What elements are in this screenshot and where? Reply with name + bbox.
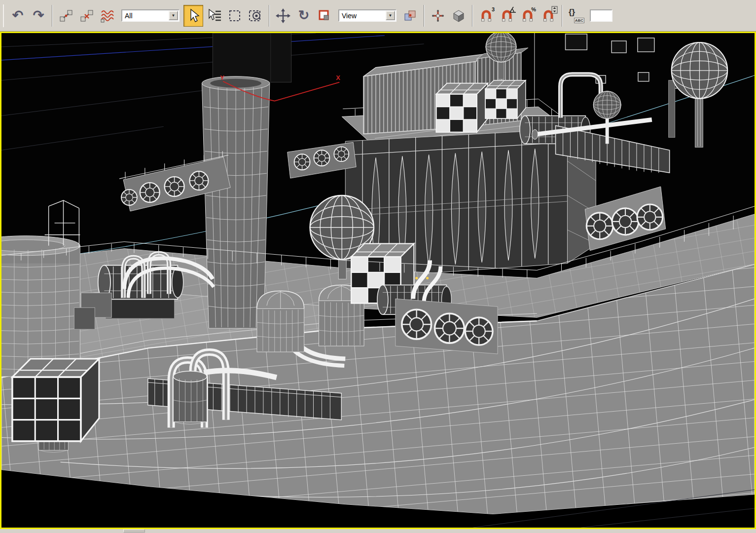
- rect-region-icon: [228, 9, 242, 23]
- bottom-bar: [0, 529, 756, 533]
- named-selection-dropdown-partial[interactable]: [590, 9, 612, 22]
- use-pivot-center-button[interactable]: [400, 5, 420, 27]
- move-icon: [276, 8, 290, 23]
- rotate-icon: ↻: [298, 9, 310, 22]
- undo-button[interactable]: ↶: [8, 5, 28, 27]
- link-icon: [59, 9, 73, 23]
- bind-to-spacewarp-button[interactable]: [98, 5, 117, 27]
- application-window: ↶ ↷: [0, 0, 756, 533]
- magnet-icon: [479, 9, 493, 23]
- snap-count-label: 3: [492, 6, 495, 12]
- selection-filter-arrow-button[interactable]: ▼: [169, 11, 178, 20]
- angle-snap-toggle-button[interactable]: [497, 5, 517, 27]
- named-selection-sets-button[interactable]: {} ABC: [566, 5, 586, 27]
- select-object-button[interactable]: [183, 5, 203, 27]
- toolbar-separator: [269, 5, 270, 27]
- window-crossing-icon: [248, 9, 263, 23]
- window-crossing-toggle-button[interactable]: [246, 5, 265, 27]
- viewport-canvas[interactable]: Y X: [1, 33, 755, 528]
- viewport-hscroll-thumb[interactable]: [123, 529, 145, 533]
- reference-coordinate-dropdown[interactable]: View ▼: [338, 9, 396, 22]
- selection-filter-dropdown[interactable]: All ▼: [121, 9, 180, 22]
- abc-label: ABC: [574, 18, 584, 23]
- select-and-scale-button[interactable]: [315, 5, 334, 27]
- redo-button[interactable]: ↷: [29, 5, 48, 27]
- named-sets-icon: {} ABC: [568, 7, 584, 24]
- grid-cube-foredeck: [12, 359, 99, 441]
- select-and-rotate-button[interactable]: ↻: [294, 5, 314, 27]
- unlink-icon: [80, 9, 94, 23]
- select-and-move-button[interactable]: [273, 5, 293, 27]
- manipulate-icon: [431, 9, 445, 23]
- sphere-tank-top: [486, 33, 516, 62]
- keyboard-override-toggle-button[interactable]: [449, 5, 468, 27]
- braces-label: {}: [569, 7, 575, 17]
- redo-icon: ↷: [33, 9, 44, 22]
- checker-cube-container: [436, 83, 488, 132]
- select-by-name-button[interactable]: [204, 5, 224, 27]
- snaps-toggle-button[interactable]: 3: [476, 5, 496, 27]
- main-toolbar: ↶ ↷: [0, 0, 756, 32]
- vent-row-mid: [396, 299, 498, 354]
- pivot-center-icon: [403, 9, 418, 23]
- scale-icon: [318, 9, 331, 23]
- percent-label: %: [531, 6, 536, 12]
- rectangular-selection-region-button[interactable]: [225, 5, 245, 27]
- undo-icon: ↶: [12, 9, 24, 22]
- toolbar-grip[interactable]: [3, 4, 5, 27]
- toolbar-separator: [52, 5, 53, 27]
- checker-cube-container: [485, 80, 526, 119]
- reference-coordinate-value: View: [339, 12, 386, 20]
- toolbar-separator: [424, 5, 425, 27]
- dome-tank-small: [257, 291, 304, 352]
- toolbar-separator: [562, 5, 563, 27]
- spacewarp-icon: [100, 9, 115, 23]
- select-arrow-icon: [186, 8, 200, 23]
- reference-coordinate-arrow-button[interactable]: ▼: [386, 11, 395, 20]
- percent-snap-toggle-button[interactable]: %: [518, 5, 538, 27]
- unlink-selection-button[interactable]: [77, 5, 97, 27]
- select-by-name-icon: [206, 8, 222, 23]
- toolbar-separator: [472, 5, 473, 27]
- selection-filter-value: All: [122, 12, 169, 20]
- cube-gizmo-icon: [451, 8, 467, 23]
- select-and-manipulate-button[interactable]: [428, 5, 448, 27]
- perspective-viewport: Y X: [0, 32, 756, 529]
- spinner-icon: [551, 6, 558, 14]
- angle-icon: [509, 6, 516, 13]
- small-sphere-tank: [593, 91, 621, 119]
- axis-x-label: X: [336, 74, 340, 81]
- spinner-snap-toggle-button[interactable]: [539, 5, 558, 27]
- axis-y-label: Y: [220, 74, 224, 81]
- select-and-link-button[interactable]: [56, 5, 76, 27]
